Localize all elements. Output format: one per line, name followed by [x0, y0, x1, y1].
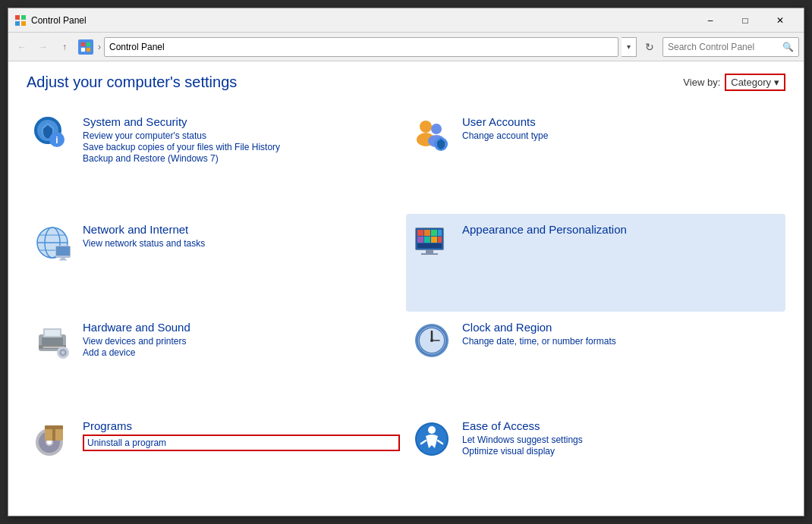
hardware-icon: [33, 321, 72, 360]
svg-rect-43: [45, 330, 60, 336]
chevron-down-icon: ▾: [774, 77, 779, 88]
address-bar: ← → ↑ › Control Panel ▾ ↻ 🔍: [8, 33, 804, 61]
system-security-text: System and Security Review your computer…: [83, 115, 400, 164]
network-internet-text: Network and Internet View network status…: [83, 223, 400, 249]
category-system-security[interactable]: i System and Security Review your comput…: [27, 106, 406, 214]
window-title: Control Panel: [31, 15, 693, 26]
svg-rect-33: [417, 237, 423, 243]
review-status-link[interactable]: Review your computer's status: [83, 130, 400, 141]
path-icon: [78, 39, 93, 55]
programs-links: Uninstall a program: [83, 435, 400, 451]
svg-rect-32: [438, 230, 442, 236]
svg-rect-34: [424, 237, 430, 243]
clock-region-title[interactable]: Clock and Region: [462, 321, 779, 334]
view-by-value: Category: [731, 77, 771, 88]
ease-of-access-title[interactable]: Ease of Access: [462, 419, 779, 432]
window-controls: – □ ✕: [693, 8, 798, 33]
appearance-text: Appearance and Personalization: [462, 223, 779, 238]
forward-button[interactable]: →: [34, 38, 52, 56]
page-title: Adjust your computer's settings: [27, 74, 237, 91]
search-box: 🔍: [663, 37, 799, 57]
change-date-time-link[interactable]: Change date, time, or number formats: [462, 336, 779, 347]
svg-rect-29: [417, 230, 423, 236]
address-dropdown[interactable]: ▾: [622, 37, 637, 57]
svg-rect-1: [21, 15, 26, 20]
path-text: Control Panel: [109, 42, 165, 52]
user-accounts-title[interactable]: User Accounts: [462, 115, 779, 128]
svg-rect-5: [87, 42, 90, 45]
change-account-type-link[interactable]: Change account type: [462, 130, 779, 141]
view-by-dropdown[interactable]: Category ▾: [725, 74, 785, 91]
refresh-button[interactable]: ↻: [640, 37, 659, 57]
minimize-button[interactable]: –: [693, 8, 728, 33]
svg-point-65: [428, 426, 436, 434]
svg-rect-62: [52, 425, 55, 441]
svg-rect-41: [42, 337, 63, 345]
ease-of-access-icon: [412, 419, 452, 459]
windows-suggest-settings-link[interactable]: Let Windows suggest settings: [462, 435, 779, 445]
programs-title[interactable]: Programs: [83, 419, 400, 432]
category-appearance[interactable]: Appearance and Personalization: [406, 214, 785, 312]
ease-of-access-links: Let Windows suggest settings Optimize vi…: [462, 435, 779, 457]
file-history-link[interactable]: Save backup copies of your files with Fi…: [83, 142, 400, 152]
network-icon: [33, 223, 72, 262]
up-button[interactable]: ↑: [55, 38, 74, 56]
optimize-visual-display-link[interactable]: Optimize visual display: [462, 446, 779, 457]
svg-rect-0: [15, 15, 20, 20]
category-network-internet[interactable]: Network and Internet View network status…: [27, 214, 406, 312]
network-internet-links: View network status and tasks: [83, 238, 400, 249]
control-panel-window: Control Panel – □ ✕ ← → ↑ › Control Pane…: [8, 8, 804, 516]
programs-icon: [33, 419, 72, 459]
svg-text:i: i: [55, 135, 58, 146]
back-button[interactable]: ←: [13, 38, 31, 56]
clock-region-links: Change date, time, or number formats: [462, 336, 779, 347]
backup-restore-link[interactable]: Backup and Restore (Windows 7): [83, 153, 400, 164]
svg-rect-45: [43, 347, 61, 348]
svg-rect-30: [424, 230, 430, 236]
view-devices-link[interactable]: View devices and printers: [83, 336, 400, 347]
system-security-title[interactable]: System and Security: [83, 115, 400, 128]
category-ease-of-access[interactable]: Ease of Access Let Windows suggest setti…: [406, 410, 785, 509]
svg-rect-24: [56, 246, 70, 256]
search-icon: 🔍: [782, 42, 794, 52]
address-path-input[interactable]: Control Panel: [104, 37, 618, 57]
hardware-sound-links: View devices and printers Add a device: [83, 336, 400, 358]
uninstall-program-link[interactable]: Uninstall a program: [83, 435, 400, 451]
clock-region-text: Clock and Region Change date, time, or n…: [462, 321, 779, 347]
svg-rect-36: [438, 237, 442, 243]
hardware-sound-text: Hardware and Sound View devices and prin…: [83, 321, 400, 358]
content-header: Adjust your computer's settings View by:…: [8, 61, 804, 99]
svg-rect-6: [81, 47, 85, 51]
main-content: Adjust your computer's settings View by:…: [8, 61, 804, 516]
network-internet-title[interactable]: Network and Internet: [83, 223, 400, 236]
user-accounts-text: User Accounts Change account type: [462, 115, 779, 141]
title-bar: Control Panel – □ ✕: [8, 8, 804, 33]
svg-rect-4: [81, 42, 85, 45]
svg-point-12: [420, 121, 432, 133]
svg-rect-7: [87, 47, 90, 51]
category-programs[interactable]: Programs Uninstall a program: [27, 410, 406, 509]
user-accounts-icon: [412, 115, 452, 155]
system-security-links: Review your computer's status Save backu…: [83, 130, 400, 164]
hardware-sound-title[interactable]: Hardware and Sound: [83, 321, 400, 334]
svg-rect-35: [431, 237, 437, 243]
add-device-link[interactable]: Add a device: [83, 347, 400, 358]
categories-grid: i System and Security Review your comput…: [8, 99, 804, 516]
search-input[interactable]: [668, 42, 782, 52]
close-button[interactable]: ✕: [763, 8, 798, 33]
view-by-control: View by: Category ▾: [683, 74, 785, 91]
category-hardware-sound[interactable]: Hardware and Sound View devices and prin…: [27, 312, 406, 410]
svg-point-48: [61, 351, 65, 354]
svg-rect-31: [431, 230, 437, 236]
clock-icon: [412, 321, 452, 360]
ease-of-access-text: Ease of Access Let Windows suggest setti…: [462, 419, 779, 457]
svg-rect-3: [21, 21, 26, 26]
category-clock-region[interactable]: Clock and Region Change date, time, or n…: [406, 312, 785, 410]
svg-rect-25: [61, 258, 65, 259]
category-user-accounts[interactable]: User Accounts Change account type: [406, 106, 785, 214]
appearance-title[interactable]: Appearance and Personalization: [462, 223, 779, 236]
svg-rect-38: [426, 250, 433, 253]
view-network-status-link[interactable]: View network status and tasks: [83, 238, 400, 249]
maximize-button[interactable]: □: [728, 8, 763, 33]
svg-rect-37: [417, 243, 442, 248]
